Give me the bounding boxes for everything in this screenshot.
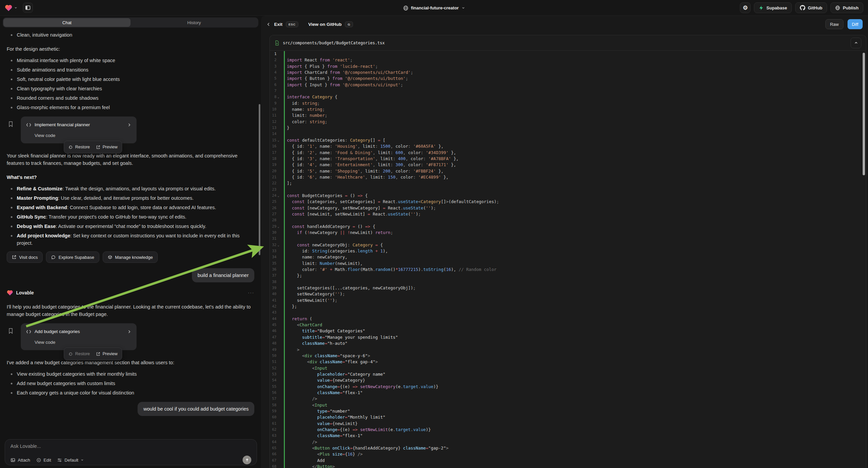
- github-button[interactable]: GitHub: [795, 2, 827, 13]
- code-line: 54 value={newCategory}: [270, 377, 862, 383]
- sliders-icon: [57, 458, 62, 463]
- more-menu-icon[interactable]: ···: [248, 289, 254, 296]
- code-line: 64 />: [270, 439, 862, 445]
- restore-button[interactable]: Restore: [68, 143, 90, 151]
- tab-chat[interactable]: Chat: [3, 18, 130, 27]
- code-line: 53 placeholder="Category name": [270, 371, 862, 377]
- attach-label: Attach: [18, 458, 30, 463]
- tab-history[interactable]: History: [130, 18, 258, 27]
- code-line: 26 const [newCategory, setNewCategory] =…: [270, 205, 862, 211]
- code-line: 1: [270, 51, 862, 57]
- exit-label: Exit: [274, 22, 282, 27]
- code-line: 22];: [270, 180, 862, 186]
- code-line: 12 color: string;: [270, 119, 862, 125]
- code-line: 49 >: [270, 347, 862, 353]
- snippet-card[interactable]: Add budget categories View code: [21, 323, 136, 350]
- diff-added-gutter: [284, 51, 285, 468]
- chevron-right-icon: [127, 330, 131, 334]
- chat-history-tabs: Chat History: [3, 18, 258, 28]
- code-line: 13}: [270, 125, 862, 131]
- chat-message-list[interactable]: Clean, intuitive navigation For the desi…: [0, 29, 261, 437]
- chat-input[interactable]: [10, 443, 251, 452]
- send-button[interactable]: [243, 456, 251, 464]
- code-line: 16 { id: '1', name: 'Housing', limit: 15…: [270, 143, 862, 149]
- chat-scrollbar[interactable]: [259, 104, 260, 255]
- preview-label: Preview: [103, 350, 118, 357]
- preview-button[interactable]: Preview: [96, 350, 118, 357]
- list-item: Subtle animations and transitions: [7, 66, 254, 74]
- next-step-item: Master Prompting: Use clear, detailed, a…: [7, 195, 254, 202]
- code-line: 36 color: '#' + Math.floor(Math.random()…: [270, 267, 862, 273]
- list-item: Glass-morphic elements for a premium fee…: [7, 104, 254, 111]
- code-line: 52 <Input: [270, 365, 862, 371]
- gear-icon: ⚙: [743, 4, 748, 11]
- added-summary: I've added a new budget categories manag…: [7, 359, 254, 366]
- code-file-card: src/components/budget/BudgetCategories.t…: [270, 35, 866, 468]
- sidebar-toggle-button[interactable]: [23, 3, 33, 13]
- next-step-item: Debug with Ease: Activate our experiment…: [7, 223, 254, 230]
- visit-docs-button[interactable]: Visit docs: [7, 252, 42, 263]
- external-link-icon: [96, 352, 100, 356]
- assistant-header: Lovable ···: [7, 289, 254, 296]
- publish-button[interactable]: Publish: [830, 2, 863, 13]
- settings-button[interactable]: ⚙: [740, 2, 750, 13]
- code-line: 8⌄interface Category {: [270, 94, 862, 100]
- assistant-summary: Your sleek financial planner is now read…: [7, 152, 254, 167]
- bookmark-icon[interactable]: [8, 328, 13, 334]
- exit-button[interactable]: Exit ESC: [267, 22, 298, 27]
- code-line: 20 { id: '5', name: 'Shopping', limit: 2…: [270, 168, 862, 174]
- attach-button[interactable]: Attach: [10, 458, 30, 463]
- file-path: src/components/budget/BudgetCategories.t…: [283, 40, 384, 45]
- list-item: Each category gets a unique color for vi…: [7, 389, 254, 397]
- assistant-name: Lovable: [16, 289, 34, 296]
- app-window: financial-future-creator ⚙ Supabase GitH…: [0, 0, 868, 468]
- preview-button[interactable]: Preview: [96, 143, 118, 151]
- code-line: 23: [270, 187, 862, 193]
- view-on-github-button[interactable]: View on GitHub G: [308, 22, 353, 27]
- supabase-label: Supabase: [766, 5, 787, 10]
- mode-label: Default: [64, 458, 78, 463]
- collapse-file-button[interactable]: [850, 38, 861, 48]
- list-item: Add new budget categories with custom li…: [7, 380, 254, 387]
- code-editor[interactable]: 12import React from 'react';3import { Pl…: [270, 51, 862, 468]
- edit-mode-button[interactable]: Edit: [36, 458, 51, 463]
- code-line: 59 type="number": [270, 408, 862, 414]
- next-step-item: Expand with Backend: Connect Supabase to…: [7, 204, 254, 211]
- mode-selector[interactable]: Default: [57, 458, 84, 463]
- file-path-bar[interactable]: src/components/budget/BudgetCategories.t…: [270, 35, 866, 51]
- restore-label: Restore: [75, 143, 90, 151]
- snippet-card[interactable]: Implement financial planner View code: [21, 117, 136, 143]
- code-line: 7: [270, 88, 862, 94]
- code-line: 28: [270, 217, 862, 223]
- g-kbd: G: [345, 22, 353, 27]
- github-icon: [800, 5, 805, 10]
- code-line: 4import ChartCard from '@/components/ui/…: [270, 69, 862, 76]
- diff-button[interactable]: Diff: [847, 19, 863, 29]
- code-line: 44 return (: [270, 316, 862, 322]
- explore-supabase-button[interactable]: Explore Supabase: [46, 252, 99, 263]
- restore-button[interactable]: Restore: [68, 350, 90, 357]
- user-message-bubble: would be cool if you could add budget ca…: [137, 402, 254, 416]
- view-code-link[interactable]: View code: [35, 339, 131, 346]
- code-line: 18 { id: '3', name: 'Transportation', li…: [270, 156, 862, 162]
- manage-knowledge-button[interactable]: Manage knowledge: [103, 252, 158, 263]
- code-line: 29⌄ const handleAddCategory = () => {: [270, 224, 862, 230]
- publish-label: Publish: [843, 5, 859, 10]
- lovable-logo-menu[interactable]: [5, 4, 18, 11]
- view-code-link[interactable]: View code: [35, 132, 131, 139]
- code-line: 9 id: string;: [270, 100, 862, 107]
- project-selector[interactable]: financial-future-creator: [403, 0, 465, 16]
- bookmark-icon[interactable]: [8, 121, 13, 127]
- chevron-down-icon: [81, 458, 84, 462]
- raw-button[interactable]: Raw: [826, 19, 843, 29]
- supabase-button[interactable]: Supabase: [754, 2, 792, 13]
- code-line: 58 <Input: [270, 402, 862, 408]
- restore-preview-bar: Restore Preview: [64, 348, 122, 360]
- code-icon: [26, 330, 31, 334]
- list-item: Clean typography with clear hierarchies: [7, 85, 254, 92]
- code-line: 46 title="Budget Categories": [270, 328, 862, 334]
- code-line: 6import { Input } from '@/components/ui/…: [270, 82, 862, 88]
- user-message-row: build a financial planner: [7, 268, 254, 282]
- design-bullets: Minimalist interface with plenty of whit…: [7, 57, 254, 111]
- code-scrollbar[interactable]: [863, 53, 865, 175]
